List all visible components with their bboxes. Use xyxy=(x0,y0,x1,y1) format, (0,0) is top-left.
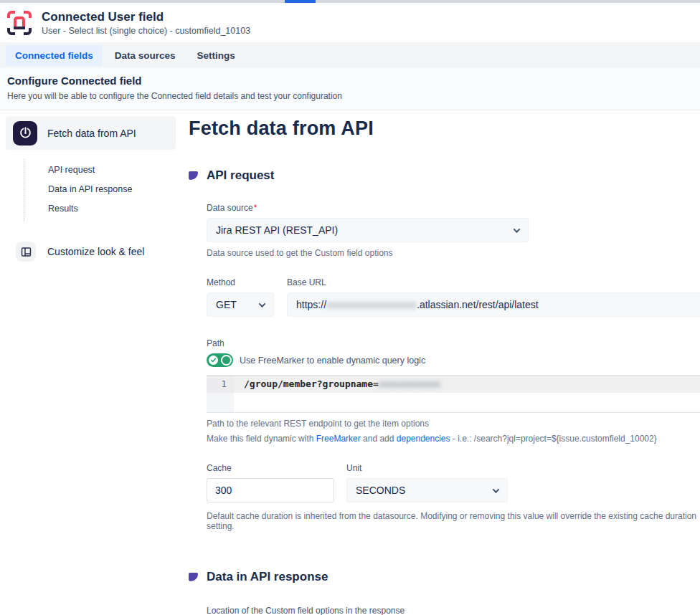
code-content[interactable]: /group/member?groupname=xxxxxxxxxxx xyxy=(234,376,700,393)
code-editor-blank-area[interactable] xyxy=(207,393,700,412)
freemarker-link[interactable]: FreeMarker xyxy=(316,434,361,444)
base-url-redacted: xxxxxxxxxxxxxxxxxx xyxy=(326,299,417,310)
cache-unit-row: Cache Unit SECONDS xyxy=(207,463,700,502)
unit-label: Unit xyxy=(346,463,508,473)
chevron-down-icon xyxy=(493,486,500,493)
unit-value: SECONDS xyxy=(356,485,405,496)
sidebar-subitem-data-in-api-response[interactable]: Data in API response xyxy=(48,180,176,199)
chevron-down-icon xyxy=(514,226,521,233)
base-url-group: Base URL https://xxxxxxxxxxxxxxxxxx.atla… xyxy=(287,277,700,317)
dependencies-link[interactable]: dependencies xyxy=(397,434,450,444)
section-bullet-icon xyxy=(189,171,198,180)
configure-subtitle: Here you will be able to configure the C… xyxy=(7,91,693,101)
api-request-fields: Data source* Jira REST API (REST_API) Da… xyxy=(207,203,700,531)
sidebar-item-fetch-data[interactable]: Fetch data from API xyxy=(6,116,176,150)
method-group: Method GET xyxy=(207,277,274,317)
data-source-group: Data source* Jira REST API (REST_API) Da… xyxy=(207,203,529,258)
sidebar-item-label: Fetch data from API xyxy=(47,128,136,139)
line-number: 1 xyxy=(207,376,234,393)
check-icon xyxy=(209,356,218,365)
top-scrollbar-thumb[interactable] xyxy=(285,0,316,3)
path-code-editor[interactable]: 1 /group/member?groupname=xxxxxxxxxxx xyxy=(207,375,700,413)
sidebar-item-label: Customize look & feel xyxy=(47,246,144,257)
section-heading: API request xyxy=(207,168,274,183)
sidebar-item-customize[interactable]: Customize look & feel xyxy=(10,239,176,264)
unit-select[interactable]: SECONDS xyxy=(346,478,508,502)
method-value: GET xyxy=(216,299,237,310)
configure-title: Configure Connected field xyxy=(7,75,693,87)
fetch-power-icon xyxy=(13,121,37,146)
header-titles: Connected User field User - Select list … xyxy=(42,10,250,36)
base-url-prefix: https:// xyxy=(296,299,326,310)
method-label: Method xyxy=(207,277,274,287)
tab-settings[interactable]: Settings xyxy=(188,45,245,66)
sidebar-subitem-api-request[interactable]: API request xyxy=(48,161,176,180)
path-helper-1: Path to the relevant REST endpoint to ge… xyxy=(207,419,700,429)
app-logo-icon xyxy=(6,9,33,37)
config-sidebar: Fetch data from API API request Data in … xyxy=(0,110,183,264)
location-label: Location of the Custom field options in … xyxy=(207,606,529,615)
cache-helper: Default cache duration is inherited from… xyxy=(207,511,700,531)
sidebar-sublist: API request Data in API response Results xyxy=(24,159,176,221)
cache-input[interactable] xyxy=(207,478,334,502)
required-asterisk: * xyxy=(254,203,257,213)
top-scrollbar-track xyxy=(0,0,700,3)
tab-data-sources[interactable]: Data sources xyxy=(105,45,185,66)
unit-group: Unit SECONDS xyxy=(346,463,508,502)
section-bullet-icon xyxy=(189,573,198,581)
app-header: Connected User field User - Select list … xyxy=(0,3,700,42)
tab-connected-fields[interactable]: Connected fields xyxy=(6,45,103,66)
path-group: Path Use FreeMarker to enable dynamic qu… xyxy=(207,338,700,444)
main-title: Fetch data from API xyxy=(189,118,700,140)
code-line-1[interactable]: 1 /group/member?groupname=xxxxxxxxxxx xyxy=(207,376,700,393)
code-text: /group/member?groupname= xyxy=(244,378,379,389)
base-url-suffix: .atlassian.net/rest/api/latest xyxy=(417,299,539,310)
data-source-select[interactable]: Jira REST API (REST_API) xyxy=(207,218,529,242)
layout-icon xyxy=(16,242,36,262)
data-source-value: Jira REST API (REST_API) xyxy=(216,224,338,236)
section-data-in-api-response: Data in API response xyxy=(189,570,700,584)
page-title: Connected User field xyxy=(42,10,250,24)
code-redacted-groupname: xxxxxxxxxxx xyxy=(379,378,440,389)
configure-banner: Configure Connected field Here you will … xyxy=(0,68,700,110)
base-url-input[interactable]: https://xxxxxxxxxxxxxxxxxx.atlassian.net… xyxy=(287,292,700,317)
helper-text: - i.e.: /search?jql=project=${issue.cust… xyxy=(450,434,657,444)
location-group: Location of the Custom field options in … xyxy=(207,606,529,615)
helper-text: and add xyxy=(361,434,397,444)
cache-group: Cache xyxy=(207,463,334,502)
method-baseurl-row: Method GET Base URL https://xxxxxxxxxxxx… xyxy=(207,277,700,317)
code-empty[interactable] xyxy=(234,393,700,412)
helper-text: Make this field dynamic with xyxy=(207,434,316,444)
chevron-down-icon xyxy=(259,300,266,308)
path-helper-2: Make this field dynamic with FreeMarker … xyxy=(207,434,700,444)
cache-label: Cache xyxy=(207,463,334,473)
data-response-fields: Location of the Custom field options in … xyxy=(207,606,700,615)
freemarker-toggle-label: Use FreeMarker to enable dynamic query l… xyxy=(240,356,425,366)
sidebar-subitem-results[interactable]: Results xyxy=(48,199,176,219)
freemarker-toggle-row: Use FreeMarker to enable dynamic query l… xyxy=(207,353,700,367)
freemarker-toggle[interactable] xyxy=(207,353,233,367)
method-select[interactable]: GET xyxy=(207,292,274,317)
section-api-request: API request xyxy=(189,168,700,183)
data-source-helper: Data source used to get the Custom field… xyxy=(207,248,529,258)
main-panel: Fetch data from API API request Data sou… xyxy=(183,110,700,615)
page-subtitle: User - Select list (single choice) - cus… xyxy=(42,26,250,36)
content-body: Fetch data from API API request Data in … xyxy=(0,110,700,615)
tab-bar: Connected fields Data sources Settings xyxy=(0,42,700,68)
app-page: Connected User field User - Select list … xyxy=(0,0,700,615)
base-url-label: Base URL xyxy=(287,277,700,287)
data-source-label: Data source* xyxy=(207,203,529,213)
path-label: Path xyxy=(207,338,700,348)
gutter xyxy=(207,393,234,412)
toggle-knob xyxy=(221,355,232,366)
section-heading: Data in API response xyxy=(207,570,328,584)
